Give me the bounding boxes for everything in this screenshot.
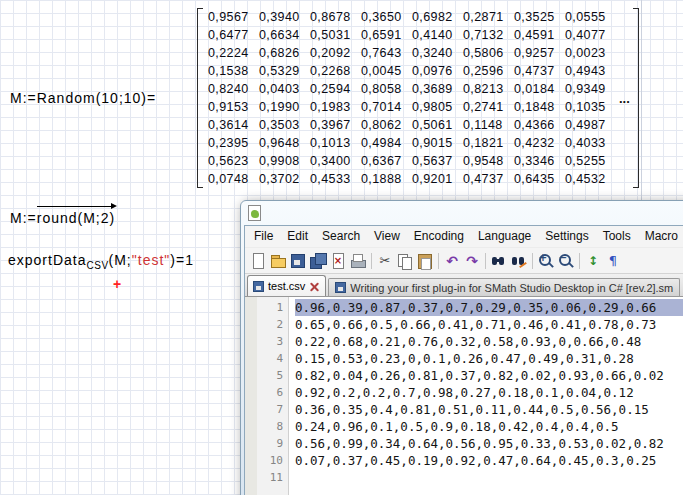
matrix-cell: 0,3967	[310, 118, 361, 132]
matrix-row: 0,22240,68260,20920,76430,32400,58060,92…	[208, 44, 616, 62]
export-args-open: (M;	[109, 252, 132, 268]
menu-macro[interactable]: Macro	[638, 226, 683, 247]
menu-edit[interactable]: Edit	[280, 226, 315, 247]
zoom-in-icon[interactable]: +	[537, 252, 555, 270]
matrix-row: 0,95670,39400,86780,36500,69820,28710,35…	[208, 8, 616, 26]
export-string-arg: "test"	[132, 252, 171, 268]
matrix-cell: 0,2224	[208, 46, 259, 60]
matrix-row: 0,36140,35030,39670,80620,50610,11480,43…	[208, 116, 616, 134]
show-symbols-icon[interactable]: ¶	[604, 252, 622, 270]
line-number: 8	[257, 418, 288, 435]
matrix-cell: 0,2594	[310, 82, 361, 96]
toolbar-separator	[438, 253, 439, 269]
editor-line[interactable]	[295, 469, 683, 486]
matrix-cell: 0,2092	[310, 46, 361, 60]
editor-line[interactable]: 0.24,0.96,0.1,0.5,0.9,0.18,0.42,0.4,0.4,…	[295, 418, 683, 435]
matrix-cell: 0,5623	[208, 154, 259, 168]
print-icon[interactable]	[349, 252, 367, 270]
redo-icon[interactable]: ↷	[463, 252, 481, 270]
save-icon[interactable]	[289, 252, 307, 270]
matrix-cell: 0,9349	[565, 82, 616, 96]
menu-search[interactable]: Search	[315, 226, 367, 247]
matrix-cell: 0,9257	[514, 46, 565, 60]
matrix-cell: 0,3650	[361, 10, 412, 24]
matrix-cell: 0,0555	[565, 10, 616, 24]
find-icon[interactable]	[490, 252, 508, 270]
matrix-cell: 0,1821	[463, 136, 514, 150]
sync-scroll-icon[interactable]: ↕	[584, 252, 602, 270]
zoom-out-icon[interactable]: −	[557, 252, 575, 270]
matrix-cell: 0,8058	[361, 82, 412, 96]
menu-tools[interactable]: Tools	[596, 226, 638, 247]
editor-line[interactable]: 0.22,0.68,0.21,0.76,0.32,0.58,0.93,0,0.6…	[295, 333, 683, 350]
editor-line[interactable]: 0.36,0.35,0.4,0.81,0.51,0.11,0.44,0.5,0.…	[295, 401, 683, 418]
line-number: 11	[257, 469, 288, 486]
editor-line[interactable]: 0.15,0.53,0.23,0,0.1,0.26,0.47,0.49,0.31…	[295, 350, 683, 367]
vectorize-operator: round(M;2)	[37, 210, 115, 226]
matrix-cell: 0,5031	[310, 28, 361, 42]
close-icon[interactable]: ×	[329, 252, 347, 270]
matrix-result[interactable]: 0,95670,39400,86780,36500,69820,28710,35…	[197, 8, 639, 188]
matrix-cell: 0,5329	[259, 64, 310, 78]
matrix-cell: 0,9908	[259, 154, 310, 168]
menu-encoding[interactable]: Encoding	[407, 226, 471, 247]
matrix-row: 0,15380,53290,22680,00450,09760,25960,47…	[208, 62, 616, 80]
tab-smath-plugin-doc[interactable]: Writing your first plug-in for SMath Stu…	[328, 278, 680, 296]
smath-cursor-cross: +	[113, 276, 121, 292]
editor-lines[interactable]: 0.96,0.39,0.87,0.37,0.7,0.29,0.35,0.06,0…	[289, 297, 683, 495]
matrix-cell: 0,3400	[310, 154, 361, 168]
notepad-app-icon	[248, 205, 261, 221]
paste-icon[interactable]	[416, 252, 434, 270]
matrix-cell: 0,4737	[463, 172, 514, 186]
matrix-rows: 0,95670,39400,86780,36500,69820,28710,35…	[203, 8, 618, 188]
copy-icon[interactable]	[396, 252, 414, 270]
tab-close-icon[interactable]	[309, 281, 320, 292]
matrix-cell: 0,1148	[463, 118, 514, 132]
notepad-title-bar[interactable]	[244, 201, 683, 225]
matrix-cell: 0,6591	[361, 28, 412, 42]
matrix-cell: 0,8213	[463, 82, 514, 96]
matrix-cell: 0,0045	[361, 64, 412, 78]
editor-line[interactable]: 0.07,0.37,0.45,0.19,0.92,0.47,0.64,0.45,…	[295, 452, 683, 469]
new-file-icon[interactable]	[249, 252, 267, 270]
menu-file[interactable]: File	[247, 226, 280, 247]
matrix-cell: 0,1538	[208, 64, 259, 78]
matrix-cell: 0,9015	[412, 136, 463, 150]
matrix-cell: 0,3525	[514, 10, 565, 24]
round-expression[interactable]: M:=round(M;2)	[10, 210, 115, 226]
matrix-cell: 0,1035	[565, 100, 616, 114]
matrix-cell: 0,5806	[463, 46, 514, 60]
editor-line[interactable]: 0.92,0.2,0.2,0.7,0.98,0.27,0.18,0.1,0.04…	[295, 384, 683, 401]
random-expression[interactable]: M:=Random(10;10)=	[10, 8, 156, 188]
cut-icon[interactable]: ✂	[376, 252, 394, 270]
matrix-cell: 0,9548	[463, 154, 514, 168]
menu-language[interactable]: Language	[471, 226, 538, 247]
matrix-cell: 0,3702	[259, 172, 310, 186]
menu-view[interactable]: View	[367, 226, 407, 247]
matrix-cell: 0,4366	[514, 118, 565, 132]
matrix-row: 0,82400,04030,25940,80580,36890,82130,01…	[208, 80, 616, 98]
tab-test-csv[interactable]: test.csv	[247, 275, 326, 296]
editor-line[interactable]: 0.65,0.66,0.5,0.66,0.41,0.71,0.46,0.41,0…	[295, 316, 683, 333]
matrix-cell: 0,9648	[259, 136, 310, 150]
matrix-cell: 0,3940	[259, 10, 310, 24]
export-expression[interactable]: exportDataCSV(M;"test")=1	[8, 252, 194, 271]
editor-line[interactable]: 0.56,0.99,0.34,0.64,0.56,0.95,0.33,0.53,…	[295, 435, 683, 452]
editor-line[interactable]: 0.96,0.39,0.87,0.37,0.7,0.29,0.35,0.06,0…	[295, 299, 683, 316]
replace-icon[interactable]	[510, 252, 528, 270]
matrix-cell: 0,5255	[565, 154, 616, 168]
toolbar-separator	[532, 253, 533, 269]
matrix-cell: 0,2395	[208, 136, 259, 150]
open-folder-icon[interactable]	[269, 252, 287, 270]
undo-icon[interactable]: ↶	[443, 252, 461, 270]
matrix-cell: 0,4033	[565, 136, 616, 150]
menu-settings[interactable]: Settings	[538, 226, 595, 247]
round-expression-lhs: M:=	[10, 210, 37, 226]
save-all-icon[interactable]	[309, 252, 327, 270]
line-number: 2	[257, 316, 288, 333]
matrix-cell: 0,1013	[310, 136, 361, 150]
editor-line[interactable]: 0.82,0.04,0.26,0.81,0.37,0.82,0.02,0.93,…	[295, 367, 683, 384]
matrix-cell: 0,5637	[412, 154, 463, 168]
editor-gutter: 1234567891011	[245, 297, 289, 495]
matrix-cell: 0,3614	[208, 118, 259, 132]
